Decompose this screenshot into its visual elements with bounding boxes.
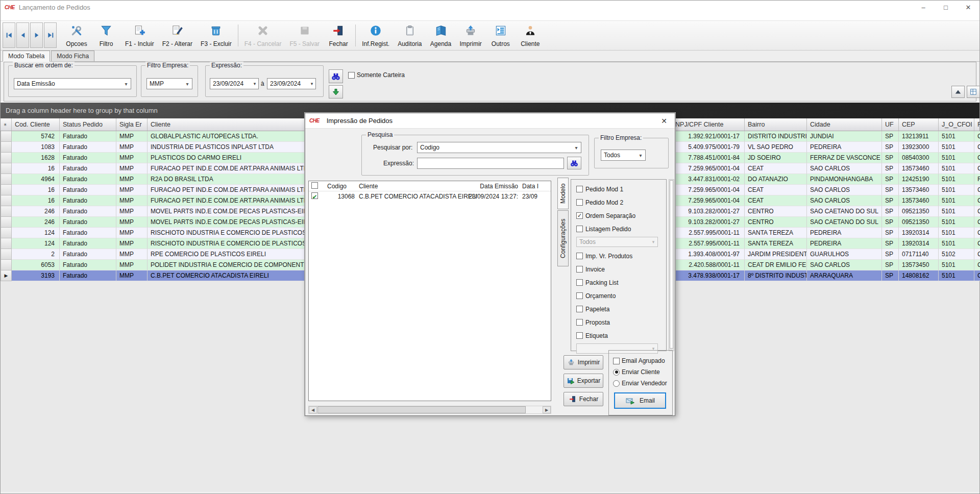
modelo-checkbox-imp-vr-produtos[interactable]: Imp. Vr. Produtos bbox=[576, 251, 666, 261]
toolbar-button-f1-incluir[interactable]: F1 - Incluir bbox=[121, 22, 158, 48]
cell-bairro: SANTA TEREZA bbox=[745, 228, 807, 238]
date-from-field[interactable]: 23/09/2024▾ bbox=[210, 78, 259, 89]
dlg-search-button[interactable] bbox=[567, 157, 581, 169]
modelo-checkbox-pedido-mod-1[interactable]: Pedido Mod 1 bbox=[576, 184, 666, 194]
nav-prev-button[interactable] bbox=[16, 22, 29, 48]
empresa-select[interactable]: MMP▾ bbox=[146, 78, 192, 89]
column-header-cep[interactable]: CEP bbox=[899, 118, 939, 131]
scroll-right-icon[interactable]: ▶ bbox=[543, 406, 551, 413]
dlg-expressao-input[interactable] bbox=[417, 158, 564, 169]
maximize-icon[interactable]: □ bbox=[935, 1, 957, 14]
column-header-cod-cliente[interactable]: Cod. Cliente bbox=[12, 118, 60, 131]
column-header-bairro[interactable]: Bairro bbox=[745, 118, 807, 131]
column-header-status-pedido[interactable]: Status Pedido bbox=[60, 118, 116, 131]
cell-uf: SP bbox=[882, 142, 899, 153]
col-data-2: Data I bbox=[522, 183, 538, 190]
toolbar-button-cliente[interactable]: Cliente bbox=[516, 22, 545, 48]
toolbar-button-f3-excluir[interactable]: F3 - Excluir bbox=[197, 22, 236, 48]
modelo-checkbox-etiqueta[interactable]: Etiqueta bbox=[576, 330, 666, 341]
dialog-close-icon[interactable]: ✕ bbox=[653, 113, 675, 129]
cell-cep: 13573460 bbox=[899, 195, 939, 206]
modelo-checkbox-or-amento[interactable]: Orçamento bbox=[576, 290, 666, 301]
list-horizontal-scrollbar[interactable]: ◀ ▶ bbox=[308, 406, 551, 414]
select-all-checkbox[interactable] bbox=[311, 182, 318, 189]
tab-modelo[interactable]: Modelo bbox=[557, 178, 569, 209]
pesquisar-por-select[interactable]: Codigo▾ bbox=[417, 142, 581, 153]
tab-modo-ficha[interactable]: Modo Ficha bbox=[51, 51, 94, 61]
dlg-exportar-button[interactable]: Exportar bbox=[564, 374, 603, 388]
cell-cep: 08540300 bbox=[899, 153, 939, 163]
col-codigo: Codigo bbox=[327, 183, 355, 190]
toolbar-button-agenda[interactable]: Agenda bbox=[426, 22, 456, 48]
modelo-checkbox-pedido-mod-2[interactable]: Pedido Mod 2 bbox=[576, 197, 666, 208]
buscar-select[interactable]: Data Emissão▾ bbox=[14, 78, 131, 89]
cell-cod-cliente: 1628 bbox=[12, 153, 60, 163]
modelo-checkbox-packing-list[interactable]: Packing List bbox=[576, 277, 666, 288]
cell-uf: SP bbox=[882, 228, 899, 238]
toolbar-button-inf-regist-[interactable]: Inf.Regist. bbox=[358, 22, 394, 48]
toolbar-button-auditoria[interactable]: Auditoria bbox=[394, 22, 426, 48]
modelo-checkbox-papeleta[interactable]: Papeleta bbox=[576, 304, 666, 314]
column-header-sigla-er[interactable]: Sigla Er bbox=[116, 118, 148, 131]
list-icon bbox=[494, 23, 507, 38]
apply-filter-button[interactable] bbox=[329, 85, 343, 98]
cell-frete: CIF bbox=[974, 142, 980, 153]
scroll-left-icon[interactable]: ◀ bbox=[309, 406, 317, 413]
modelo-checkbox-invoice[interactable]: Invoice bbox=[576, 264, 666, 275]
dlg-imprimir-button[interactable]: Imprimir bbox=[564, 355, 603, 369]
cell-cfop: 5101 bbox=[939, 163, 974, 174]
tab-modo-tabela[interactable]: Modo Tabela bbox=[3, 51, 50, 62]
dlg-empresa-select[interactable]: Todos▾ bbox=[601, 150, 646, 161]
cell-cidade: GUARULHOS bbox=[807, 249, 882, 260]
modelo-checkbox-listagem-pedido[interactable]: Listagem Pedido bbox=[576, 224, 666, 234]
modelo-checkbox-ordem-separa-o[interactable]: ✓Ordem Separação bbox=[576, 210, 666, 221]
dlg-filtro-empresa-label: Filtro Empresa: bbox=[599, 134, 643, 141]
nav-next-button[interactable] bbox=[30, 22, 43, 48]
column-header-cidade[interactable]: Cidade bbox=[807, 118, 882, 131]
nav-first-button[interactable] bbox=[3, 22, 15, 48]
toolbar-button-label: Opcoes bbox=[66, 40, 87, 47]
cell-cfop: 5101 bbox=[939, 131, 974, 142]
column-header-j-o-cfoi[interactable]: J_O_CFOI bbox=[939, 118, 974, 131]
triangle-up-icon bbox=[954, 88, 962, 95]
panel-collapse-button[interactable] bbox=[951, 86, 965, 98]
email-button[interactable]: Email bbox=[614, 392, 666, 409]
date-to-field[interactable]: 23/09/2024▾ bbox=[267, 78, 316, 89]
pedido-list-item[interactable]: ✔ 13068 C.B.PET COMERCIO ATACADISTA EIRE… bbox=[309, 191, 551, 202]
cell-cep: 09521350 bbox=[899, 217, 939, 228]
close-icon[interactable]: ✕ bbox=[957, 1, 979, 14]
person-icon bbox=[524, 23, 537, 38]
toolbar-button-fechar[interactable]: Fechar bbox=[324, 22, 353, 48]
toolbar-button-imprimir[interactable]: Imprimir bbox=[456, 22, 486, 48]
cell-cidade: PINDAMONHANGABA bbox=[807, 174, 882, 185]
tab-configuracoes[interactable]: Configurações bbox=[557, 210, 569, 266]
enviar-vendedor-radio[interactable]: Enviar Vendedor bbox=[613, 378, 672, 388]
minimize-icon[interactable]: – bbox=[912, 1, 935, 14]
modelo-checkbox-proposta[interactable]: Proposta bbox=[576, 317, 666, 328]
toolbar-button-label: F5 - Salvar bbox=[289, 40, 320, 47]
cell-status-pedido: Faturado bbox=[60, 131, 116, 142]
enviar-cliente-radio[interactable]: Enviar Cliente bbox=[613, 367, 672, 377]
column-header-uf[interactable]: UF bbox=[882, 118, 899, 131]
checkbox-icon bbox=[576, 319, 583, 326]
modelo-vertical-scrollbar[interactable] bbox=[669, 179, 674, 351]
column-header-fr[interactable]: Fr bbox=[974, 118, 980, 131]
pesquisar-por-value: Codigo bbox=[420, 144, 439, 151]
row-checkbox-checked[interactable]: ✔ bbox=[311, 192, 318, 199]
group-expressao: Expressão: 23/09/2024▾ à 23/09/2024▾ bbox=[205, 65, 324, 97]
column-header-indicator[interactable]: ✳ bbox=[1, 118, 12, 131]
scrollbar-thumb[interactable] bbox=[670, 180, 673, 349]
search-button[interactable] bbox=[329, 69, 343, 83]
nav-last-button[interactable] bbox=[44, 22, 57, 48]
email-agrupado-checkbox[interactable]: Email Agrupado bbox=[613, 356, 672, 366]
toolbar-button-opcoes[interactable]: Opcoes bbox=[62, 22, 91, 48]
cell-cidade: SAO CARLOS bbox=[807, 195, 882, 206]
toolbar-button-f2-alterar[interactable]: F2 - Alterar bbox=[158, 22, 197, 48]
cell-frete: CIF bbox=[974, 228, 980, 238]
somente-carteira-checkbox[interactable]: Somente Carteira bbox=[348, 71, 405, 79]
dlg-fechar-button[interactable]: Fechar bbox=[564, 392, 603, 406]
scrollbar-thumb[interactable] bbox=[317, 406, 526, 413]
toolbar-button-filtro[interactable]: Filtro bbox=[91, 22, 121, 48]
save-layout-button[interactable] bbox=[967, 86, 980, 98]
toolbar-button-outros[interactable]: Outros bbox=[486, 22, 516, 48]
